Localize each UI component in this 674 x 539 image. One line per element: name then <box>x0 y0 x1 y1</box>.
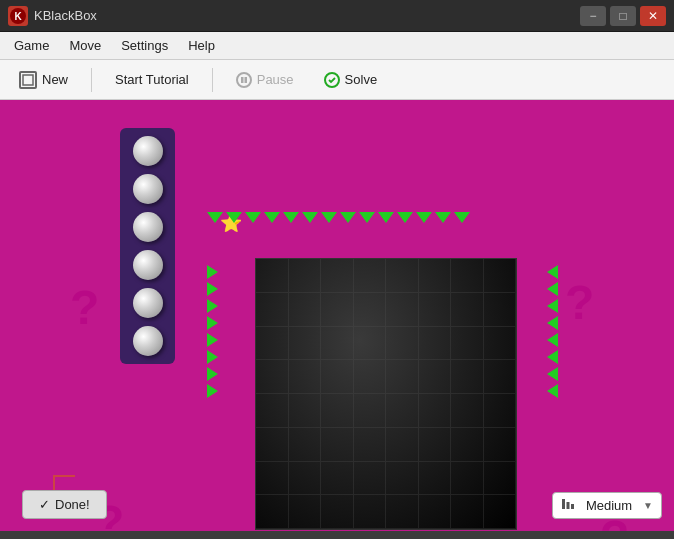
arrow-right-3[interactable] <box>547 299 558 313</box>
arrow-top-4[interactable] <box>264 212 280 223</box>
grid-cell[interactable] <box>289 394 322 428</box>
grid-cell[interactable] <box>451 259 484 293</box>
start-tutorial-button[interactable]: Start Tutorial <box>104 67 200 92</box>
grid-cell[interactable] <box>484 462 517 496</box>
grid-cell[interactable] <box>354 360 387 394</box>
grid-cell[interactable] <box>289 360 322 394</box>
grid-cell[interactable] <box>321 327 354 361</box>
minimize-button[interactable]: − <box>580 6 606 26</box>
grid-cell[interactable] <box>419 259 452 293</box>
arrow-left-2[interactable] <box>207 282 218 296</box>
arrow-left-8[interactable] <box>207 384 218 398</box>
grid-cell[interactable] <box>386 428 419 462</box>
grid-cell[interactable] <box>386 259 419 293</box>
arrow-left-6[interactable] <box>207 350 218 364</box>
menu-game[interactable]: Game <box>4 36 59 55</box>
grid-cell[interactable] <box>419 495 452 529</box>
black-box[interactable] <box>255 258 517 530</box>
grid-cell[interactable] <box>289 428 322 462</box>
arrow-top-6[interactable] <box>302 212 318 223</box>
arrow-top-5[interactable] <box>283 212 299 223</box>
grid-cell[interactable] <box>321 293 354 327</box>
grid-cell[interactable] <box>354 495 387 529</box>
grid-cell[interactable] <box>419 293 452 327</box>
new-button[interactable]: New <box>8 66 79 94</box>
arrow-left-4[interactable] <box>207 316 218 330</box>
grid-cell[interactable] <box>386 360 419 394</box>
arrow-top-10[interactable] <box>378 212 394 223</box>
arrow-right-4[interactable] <box>547 316 558 330</box>
grid-cell[interactable] <box>354 428 387 462</box>
grid-cell[interactable] <box>451 293 484 327</box>
grid-cell[interactable] <box>354 327 387 361</box>
grid-cell[interactable] <box>321 495 354 529</box>
grid-cell[interactable] <box>451 327 484 361</box>
grid-cell[interactable] <box>419 428 452 462</box>
menu-move[interactable]: Move <box>59 36 111 55</box>
grid-cell[interactable] <box>289 327 322 361</box>
arrow-right-5[interactable] <box>547 333 558 347</box>
grid-cell[interactable] <box>289 462 322 496</box>
arrow-top-7[interactable] <box>321 212 337 223</box>
arrow-right-6[interactable] <box>547 350 558 364</box>
arrow-right-1[interactable] <box>547 265 558 279</box>
grid-cell[interactable] <box>289 495 322 529</box>
grid-cell[interactable] <box>321 360 354 394</box>
arrow-left-5[interactable] <box>207 333 218 347</box>
grid-cell[interactable] <box>289 259 322 293</box>
arrow-top-8[interactable] <box>340 212 356 223</box>
grid-cell[interactable] <box>451 495 484 529</box>
grid-cell[interactable] <box>484 327 517 361</box>
grid-cell[interactable] <box>386 462 419 496</box>
pause-button[interactable]: Pause <box>225 67 305 93</box>
grid-cell[interactable] <box>256 360 289 394</box>
grid-cell[interactable] <box>321 428 354 462</box>
arrow-top-2[interactable] <box>226 212 242 223</box>
grid-cell[interactable] <box>354 293 387 327</box>
grid-cell[interactable] <box>451 428 484 462</box>
arrow-right-8[interactable] <box>547 384 558 398</box>
arrow-top-3[interactable] <box>245 212 261 223</box>
grid-cell[interactable] <box>419 462 452 496</box>
arrow-left-7[interactable] <box>207 367 218 381</box>
grid-cell[interactable] <box>321 394 354 428</box>
maximize-button[interactable]: □ <box>610 6 636 26</box>
arrow-top-12[interactable] <box>416 212 432 223</box>
grid-cell[interactable] <box>256 327 289 361</box>
grid-cell[interactable] <box>321 259 354 293</box>
grid-cell[interactable] <box>451 394 484 428</box>
solve-button[interactable]: Solve <box>313 67 389 93</box>
grid-cell[interactable] <box>354 462 387 496</box>
arrow-top-13[interactable] <box>435 212 451 223</box>
grid-cell[interactable] <box>419 360 452 394</box>
grid-cell[interactable] <box>256 394 289 428</box>
grid-cell[interactable] <box>354 394 387 428</box>
grid-cell[interactable] <box>484 293 517 327</box>
grid-cell[interactable] <box>484 259 517 293</box>
grid-cell[interactable] <box>256 293 289 327</box>
grid-cell[interactable] <box>386 394 419 428</box>
grid-cell[interactable] <box>289 293 322 327</box>
grid-cell[interactable] <box>451 462 484 496</box>
arrow-right-7[interactable] <box>547 367 558 381</box>
grid-cell[interactable] <box>354 259 387 293</box>
done-button[interactable]: ✓ Done! <box>22 490 107 519</box>
arrow-top-11[interactable] <box>397 212 413 223</box>
grid-cell[interactable] <box>386 495 419 529</box>
grid-cell[interactable] <box>256 495 289 529</box>
arrow-left-1[interactable] <box>207 265 218 279</box>
arrow-top-9[interactable] <box>359 212 375 223</box>
arrow-top-14[interactable] <box>454 212 470 223</box>
grid-cell[interactable] <box>451 360 484 394</box>
grid-cell[interactable] <box>419 394 452 428</box>
grid-cell[interactable] <box>484 360 517 394</box>
grid-cell[interactable] <box>256 462 289 496</box>
grid-cell[interactable] <box>386 327 419 361</box>
grid-cell[interactable] <box>419 327 452 361</box>
menu-help[interactable]: Help <box>178 36 225 55</box>
arrow-top-1[interactable] <box>207 212 223 223</box>
difficulty-dropdown[interactable]: Medium ▼ <box>552 492 662 519</box>
arrow-right-2[interactable] <box>547 282 558 296</box>
grid-cell[interactable] <box>256 428 289 462</box>
grid-cell[interactable] <box>484 428 517 462</box>
